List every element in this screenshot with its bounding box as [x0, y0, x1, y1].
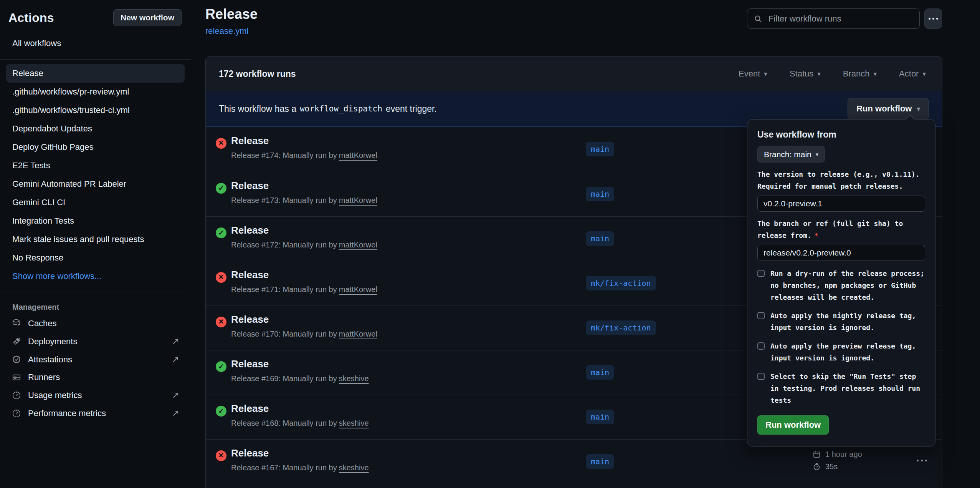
- show-more-workflows-link[interactable]: Show more workflows...: [6, 267, 185, 285]
- branch-badge[interactable]: main: [586, 142, 614, 156]
- status-failure-icon: [216, 317, 226, 327]
- sidebar-item-release[interactable]: Release: [6, 64, 185, 83]
- skip-tests-checkbox-row[interactable]: Select to skip the "Run Tests" step in t…: [757, 370, 925, 406]
- sidebar-item-pr-review[interactable]: .github/workflows/pr-review.yml: [6, 83, 185, 101]
- actor-link[interactable]: skeshive: [339, 419, 369, 427]
- external-link-icon: ↗: [172, 336, 179, 347]
- filter-event-dropdown[interactable]: Event ▾: [739, 69, 767, 79]
- run-title-link[interactable]: Release: [231, 314, 269, 325]
- run-title-link[interactable]: Release: [231, 269, 269, 281]
- status-success-icon: [216, 361, 226, 372]
- run-title-link[interactable]: Release: [231, 135, 269, 147]
- filter-workflow-runs-input[interactable]: [747, 8, 920, 29]
- checkbox-unchecked-icon[interactable]: [757, 342, 765, 350]
- chevron-down-icon: ▾: [817, 70, 821, 78]
- filter-status-dropdown[interactable]: Status ▾: [790, 69, 821, 79]
- filter-actor-dropdown[interactable]: Actor ▾: [899, 69, 926, 79]
- checkbox-unchecked-icon[interactable]: [757, 270, 765, 277]
- workflow-options-kebab-button[interactable]: [924, 8, 942, 29]
- actor-link[interactable]: skeshive: [339, 374, 369, 383]
- sidebar-item-dependabot-updates[interactable]: Dependabot Updates: [6, 120, 185, 138]
- sidebar-item-mark-stale[interactable]: Mark stale issues and pull requests: [6, 230, 185, 249]
- preview-tag-checkbox-row[interactable]: Auto apply the preview release tag, inpu…: [757, 340, 925, 364]
- search-icon: [754, 14, 763, 23]
- actor-link[interactable]: mattKorwel: [339, 285, 377, 294]
- actor-link[interactable]: mattKorwel: [339, 196, 377, 204]
- sidebar-item-caches[interactable]: Caches: [0, 315, 191, 332]
- run-workflow-submit-button[interactable]: Run workflow: [757, 415, 829, 435]
- chevron-down-icon: ▾: [922, 70, 926, 78]
- status-success-icon: [216, 406, 226, 417]
- rocket-icon: [12, 337, 21, 347]
- sidebar-item-attestations[interactable]: Attestations ↗: [0, 350, 191, 368]
- filter-branch-dropdown[interactable]: Branch ▾: [843, 69, 877, 79]
- branch-badge[interactable]: main: [586, 365, 614, 380]
- stopwatch-icon: [812, 462, 821, 471]
- branch-badge[interactable]: mk/fix-action: [586, 320, 656, 335]
- workflow-title: Release: [205, 6, 258, 22]
- sidebar-item-trusted-ci[interactable]: .github/workflows/trusted-ci.yml: [6, 101, 185, 120]
- run-kebab-button[interactable]: [917, 460, 927, 461]
- sidebar-item-runners[interactable]: Runners: [0, 368, 191, 386]
- sidebar-item-gemini-cli-ci[interactable]: Gemini CLI CI: [6, 193, 185, 212]
- sidebar-item-deployments[interactable]: Deployments ↗: [0, 332, 191, 350]
- divider: [0, 292, 191, 292]
- dry-run-checkbox-row[interactable]: Run a dry-run of the release process; no…: [757, 267, 925, 303]
- main-content: Release release.yml 172 workflow runs Ev…: [191, 0, 980, 488]
- search-input[interactable]: [768, 13, 913, 24]
- meter-icon: [12, 390, 21, 400]
- branch-badge[interactable]: main: [586, 454, 614, 469]
- run-title-link[interactable]: Release: [231, 224, 269, 236]
- kebab-icon: [929, 18, 930, 20]
- run-timestamp: 1 hour ago: [825, 450, 862, 459]
- actor-link[interactable]: skeshive: [339, 463, 369, 472]
- sidebar-item-e2e-tests[interactable]: E2E Tests: [6, 156, 185, 175]
- run-title-link[interactable]: Release: [231, 403, 269, 415]
- version-input[interactable]: [757, 196, 925, 212]
- actor-link[interactable]: mattKorwel: [339, 330, 377, 338]
- divider: [0, 59, 191, 60]
- page-title: Actions: [8, 11, 54, 25]
- actor-link[interactable]: mattKorwel: [339, 151, 377, 159]
- sidebar-item-all-workflows[interactable]: All workflows: [6, 34, 185, 53]
- run-meta: 1 hour ago 35s: [812, 448, 862, 473]
- chevron-down-icon: ▾: [816, 151, 819, 158]
- workflow-file-link[interactable]: release.yml: [205, 26, 248, 36]
- sidebar-item-gemini-pr-labeler[interactable]: Gemini Automated PR Labeler: [6, 175, 185, 193]
- cache-icon: [12, 319, 21, 329]
- sidebar-item-integration-tests[interactable]: Integration Tests: [6, 212, 185, 230]
- ref-input[interactable]: [757, 245, 925, 261]
- branch-badge[interactable]: main: [586, 231, 614, 246]
- branch-badge[interactable]: mk/fix-action: [586, 276, 656, 290]
- external-link-icon: ↗: [172, 408, 179, 418]
- status-failure-icon: [216, 138, 226, 149]
- run-title-link[interactable]: Release: [231, 180, 269, 192]
- sidebar-item-usage-metrics[interactable]: Usage metrics ↗: [0, 386, 191, 404]
- run-title-link[interactable]: Release: [231, 447, 269, 459]
- required-asterisk: *: [814, 231, 818, 239]
- branch-badge[interactable]: main: [586, 187, 614, 201]
- sidebar-item-deploy-github-pages[interactable]: Deploy GitHub Pages: [6, 138, 185, 156]
- workflow-list: Release .github/workflows/pr-review.yml …: [0, 64, 191, 285]
- external-link-icon: ↗: [172, 390, 179, 400]
- checkbox-unchecked-icon[interactable]: [757, 373, 765, 380]
- runs-count: 172 workflow runs: [219, 69, 296, 79]
- runs-header: 172 workflow runs Event ▾ Status ▾ Branc…: [206, 56, 942, 91]
- verified-icon: [12, 355, 21, 365]
- sidebar-item-performance-metrics[interactable]: Performance metrics ↗: [0, 404, 191, 422]
- nightly-tag-checkbox-row[interactable]: Auto apply the nightly release tag, inpu…: [757, 310, 925, 334]
- run-workflow-popover: Use workflow from Branch: main ▾ The ver…: [747, 119, 935, 447]
- run-title-link[interactable]: Release: [231, 358, 269, 370]
- branch-selector-button[interactable]: Branch: main ▾: [757, 146, 825, 163]
- sidebar-item-no-response[interactable]: No Response: [6, 249, 185, 267]
- actor-link[interactable]: mattKorwel: [339, 241, 377, 249]
- version-field-label: The version to release (e.g., v0.1.11). …: [757, 168, 925, 192]
- new-workflow-button[interactable]: New workflow: [113, 9, 182, 26]
- status-success-icon: [216, 227, 226, 238]
- checkbox-unchecked-icon[interactable]: [757, 312, 765, 319]
- run-workflow-dropdown-button[interactable]: Run workflow ▾: [848, 98, 929, 120]
- chevron-down-icon: ▾: [917, 105, 920, 113]
- branch-badge[interactable]: main: [586, 410, 614, 424]
- kebab-icon: [917, 460, 919, 461]
- status-success-icon: [216, 183, 226, 194]
